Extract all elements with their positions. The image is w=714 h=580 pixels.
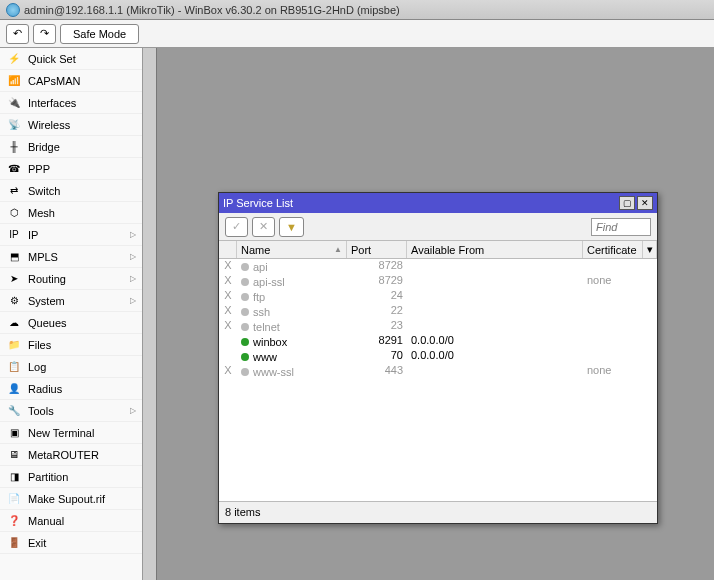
sidebar-item-ip[interactable]: IPIP▷ (0, 224, 142, 246)
sidebar-item-label: Exit (28, 537, 46, 549)
sidebar-item-system[interactable]: ⚙System▷ (0, 290, 142, 312)
sidebar-item-label: MPLS (28, 251, 58, 263)
menu-icon: ➤ (6, 271, 22, 287)
row-certificate (583, 259, 657, 274)
row-certificate: none (583, 364, 657, 379)
col-menu[interactable]: ▾ (643, 241, 657, 258)
submenu-arrow-icon: ▷ (130, 296, 136, 305)
row-name: telnet (237, 319, 347, 334)
sidebar-item-mesh[interactable]: ⬡Mesh (0, 202, 142, 224)
workspace-tab[interactable] (143, 48, 157, 580)
sidebar-item-label: System (28, 295, 65, 307)
row-flag: X (219, 289, 237, 304)
status-dot-icon (241, 338, 249, 346)
row-flag (219, 334, 237, 349)
sidebar-item-partition[interactable]: ◨Partition (0, 466, 142, 488)
status-dot-icon (241, 263, 249, 271)
sidebar-item-radius[interactable]: 👤Radius (0, 378, 142, 400)
menu-icon: ☁ (6, 315, 22, 331)
row-port: 8291 (347, 334, 407, 349)
menu-icon: 👤 (6, 381, 22, 397)
row-flag (219, 349, 237, 364)
sidebar-item-bridge[interactable]: ╫Bridge (0, 136, 142, 158)
service-row-www-ssl[interactable]: Xwww-ssl443none (219, 364, 657, 379)
undo-button[interactable]: ↶ (6, 24, 29, 44)
window-title-text: IP Service List (223, 197, 293, 209)
sidebar-item-switch[interactable]: ⇄Switch (0, 180, 142, 202)
col-flag[interactable] (219, 241, 237, 258)
window-titlebar[interactable]: IP Service List ▢ ✕ (219, 193, 657, 213)
sidebar-item-manual[interactable]: ❓Manual (0, 510, 142, 532)
close-button[interactable]: ✕ (637, 196, 653, 210)
service-row-ssh[interactable]: Xssh22 (219, 304, 657, 319)
sidebar-item-label: CAPsMAN (28, 75, 81, 87)
service-row-www[interactable]: www700.0.0.0/0 (219, 349, 657, 364)
status-dot-icon (241, 323, 249, 331)
menu-icon: 🔌 (6, 95, 22, 111)
sidebar-item-label: Mesh (28, 207, 55, 219)
menu-icon: ☎ (6, 161, 22, 177)
row-available: 0.0.0.0/0 (407, 334, 583, 349)
row-flag: X (219, 319, 237, 334)
sidebar-item-make-supout-rif[interactable]: 📄Make Supout.rif (0, 488, 142, 510)
sidebar-item-metarouter[interactable]: 🖥MetaROUTER (0, 444, 142, 466)
redo-button[interactable]: ↷ (33, 24, 56, 44)
status-dot-icon (241, 353, 249, 361)
service-row-api[interactable]: Xapi8728 (219, 259, 657, 274)
sidebar-item-label: Log (28, 361, 46, 373)
sidebar-item-files[interactable]: 📁Files (0, 334, 142, 356)
menu-icon: IP (6, 227, 22, 243)
sidebar-item-interfaces[interactable]: 🔌Interfaces (0, 92, 142, 114)
row-available (407, 274, 583, 289)
sidebar-item-routing[interactable]: ➤Routing▷ (0, 268, 142, 290)
sidebar-item-label: Quick Set (28, 53, 76, 65)
row-port: 22 (347, 304, 407, 319)
row-flag: X (219, 259, 237, 274)
service-row-telnet[interactable]: Xtelnet23 (219, 319, 657, 334)
toolbar: ↶ ↷ Safe Mode (0, 20, 714, 48)
menu-icon: ⬡ (6, 205, 22, 221)
row-available (407, 259, 583, 274)
disable-button[interactable]: ✕ (252, 217, 275, 237)
row-name: www-ssl (237, 364, 347, 379)
sidebar-item-exit[interactable]: 🚪Exit (0, 532, 142, 554)
col-port[interactable]: Port (347, 241, 407, 258)
sidebar-item-new-terminal[interactable]: ▣New Terminal (0, 422, 142, 444)
row-port: 24 (347, 289, 407, 304)
col-available[interactable]: Available From (407, 241, 583, 258)
service-row-ftp[interactable]: Xftp24 (219, 289, 657, 304)
sidebar-item-tools[interactable]: 🔧Tools▷ (0, 400, 142, 422)
row-name: api-ssl (237, 274, 347, 289)
filter-button[interactable]: ▼ (279, 217, 304, 237)
sidebar-item-label: Manual (28, 515, 64, 527)
row-port: 70 (347, 349, 407, 364)
row-port: 443 (347, 364, 407, 379)
row-name: winbox (237, 334, 347, 349)
col-certificate[interactable]: Certificate (583, 241, 643, 258)
sidebar-item-capsman[interactable]: 📶CAPsMAN (0, 70, 142, 92)
minimize-button[interactable]: ▢ (619, 196, 635, 210)
enable-button[interactable]: ✓ (225, 217, 248, 237)
grid-header[interactable]: Name▲ Port Available From Certificate ▾ (219, 241, 657, 259)
find-input[interactable] (591, 218, 651, 236)
safe-mode-button[interactable]: Safe Mode (60, 24, 139, 44)
sidebar-item-mpls[interactable]: ⬒MPLS▷ (0, 246, 142, 268)
sidebar-item-label: Files (28, 339, 51, 351)
sidebar-item-label: Bridge (28, 141, 60, 153)
submenu-arrow-icon: ▷ (130, 252, 136, 261)
col-name[interactable]: Name▲ (237, 241, 347, 258)
menu-icon: 📡 (6, 117, 22, 133)
sidebar-item-wireless[interactable]: 📡Wireless (0, 114, 142, 136)
row-name: ssh (237, 304, 347, 319)
row-flag: X (219, 304, 237, 319)
row-available (407, 319, 583, 334)
service-row-winbox[interactable]: winbox82910.0.0.0/0 (219, 334, 657, 349)
sidebar-item-ppp[interactable]: ☎PPP (0, 158, 142, 180)
menu-icon: ⚡ (6, 51, 22, 67)
sidebar-item-queues[interactable]: ☁Queues (0, 312, 142, 334)
sidebar-item-log[interactable]: 📋Log (0, 356, 142, 378)
row-port: 8728 (347, 259, 407, 274)
sidebar-item-quick-set[interactable]: ⚡Quick Set (0, 48, 142, 70)
service-row-api-ssl[interactable]: Xapi-ssl8729none (219, 274, 657, 289)
sidebar-item-label: Make Supout.rif (28, 493, 105, 505)
